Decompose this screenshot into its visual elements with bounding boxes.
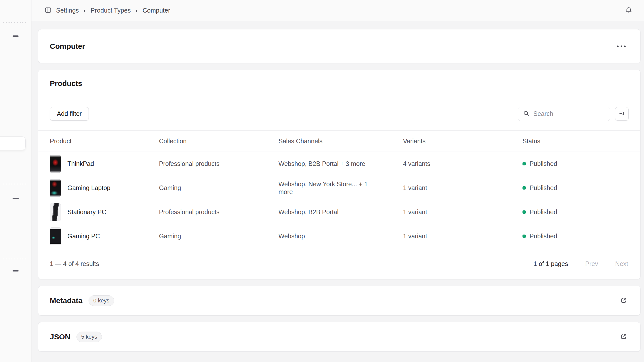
sidebar-divider (3, 184, 28, 184)
page-count: 1 of 1 pages (534, 260, 568, 267)
main-area: Settings Product Types Computer (31, 0, 644, 362)
table-row[interactable]: Stationary PC Professional products Webs… (38, 200, 640, 224)
status-dot (522, 235, 526, 238)
sort-descending-icon (619, 110, 625, 117)
sidebar-divider (3, 259, 28, 259)
sales-channels-cell: Webshop, B2B Portal (278, 208, 382, 216)
sidebar-divider (3, 22, 28, 23)
products-title: Products (50, 79, 82, 88)
collection-cell: Professional products (159, 208, 278, 216)
collection-cell: Gaming (159, 233, 278, 240)
product-name: ThinkPad (67, 160, 94, 167)
pagination-controls: 1 of 1 pages Prev Next (534, 260, 628, 267)
product-thumbnail (50, 155, 61, 173)
breadcrumb: Settings Product Types Computer (56, 7, 170, 14)
view-json-button[interactable] (618, 331, 629, 342)
bell-icon (624, 6, 633, 15)
product-thumbnail (50, 179, 61, 197)
json-card: JSON 5 keys (38, 322, 640, 352)
status-label: Published (530, 208, 557, 216)
edit-metadata-button[interactable] (618, 295, 629, 306)
column-header-product: Product (50, 138, 159, 145)
product-type-card: Computer (38, 29, 640, 63)
search-icon (523, 110, 530, 118)
status-dot (522, 162, 526, 165)
product-name: Gaming PC (67, 233, 100, 240)
search-box[interactable] (518, 107, 610, 121)
status-label: Published (530, 184, 557, 192)
status-cell: Published (522, 208, 629, 216)
column-header-variants: Variants (403, 138, 522, 145)
breadcrumb-settings[interactable]: Settings (56, 7, 79, 14)
external-link-icon (620, 297, 627, 305)
metadata-card: Metadata 0 keys (38, 286, 640, 315)
sidebar-toggle-button[interactable] (43, 5, 54, 16)
variants-cell: 4 variants (403, 160, 522, 167)
sidebar-collapsed (0, 0, 31, 362)
status-dot (522, 210, 526, 214)
status-label: Published (530, 233, 557, 240)
status-cell: Published (522, 160, 629, 167)
products-toolbar: Add filter (38, 97, 640, 131)
sort-button[interactable] (615, 107, 629, 121)
sidebar-popover (0, 137, 26, 150)
column-header-sales-channels: Sales Channels (278, 138, 403, 145)
breadcrumb-separator-icon (135, 7, 138, 14)
notifications-button[interactable] (623, 5, 634, 16)
add-filter-button[interactable]: Add filter (50, 107, 89, 121)
sales-channels-cell: Webshop (278, 232, 382, 240)
product-thumbnail (50, 203, 61, 221)
json-keys-badge: 5 keys (76, 332, 102, 342)
next-page-button[interactable]: Next (615, 260, 628, 267)
status-dot (522, 186, 526, 190)
table-header-row: Product Collection Sales Channels Varian… (38, 131, 640, 152)
product-thumbnail (50, 227, 61, 245)
sidebar-collapsed-item (13, 198, 19, 199)
collection-cell: Professional products (159, 160, 278, 167)
page-title: Computer (50, 42, 85, 51)
table-row[interactable]: Gaming PC Gaming Webshop 1 variant Publi… (38, 224, 640, 248)
variants-cell: 1 variant (403, 208, 522, 216)
search-input[interactable] (533, 110, 605, 117)
status-label: Published (530, 160, 557, 167)
status-cell: Published (522, 233, 629, 240)
product-name: Gaming Laptop (67, 184, 110, 192)
actions-menu-button[interactable] (614, 42, 629, 50)
panel-left-icon (44, 6, 52, 15)
variants-cell: 1 variant (403, 233, 522, 240)
status-cell: Published (522, 184, 629, 192)
app-shell: Settings Product Types Computer (0, 0, 644, 362)
breadcrumb-product-types[interactable]: Product Types (91, 7, 131, 14)
sales-channels-cell: Webshop, B2B Portal + 3 more (278, 160, 382, 168)
breadcrumb-separator-icon (83, 7, 86, 14)
breadcrumb-current: Computer (143, 7, 170, 14)
page-content: Computer Products Add filter (31, 21, 644, 362)
products-card: Products Add filter (38, 70, 640, 279)
json-title: JSON (50, 333, 70, 341)
column-header-status: Status (522, 138, 629, 145)
column-header-collection: Collection (159, 138, 278, 145)
external-link-icon (620, 333, 627, 341)
prev-page-button[interactable]: Prev (585, 260, 598, 267)
topbar: Settings Product Types Computer (31, 0, 644, 21)
toolbar-right (518, 107, 629, 121)
table-pagination: 1 — 4 of 4 results 1 of 1 pages Prev Nex… (38, 248, 640, 279)
sidebar-collapsed-item (13, 270, 19, 272)
product-cell: ThinkPad (50, 155, 159, 173)
product-name: Stationary PC (67, 208, 106, 216)
table-row[interactable]: Gaming Laptop Gaming Webshop, New York S… (38, 176, 640, 200)
product-cell: Gaming PC (50, 227, 159, 245)
metadata-keys-badge: 0 keys (89, 295, 114, 306)
table-row[interactable]: ThinkPad Professional products Webshop, … (38, 152, 640, 176)
products-header: Products (38, 70, 640, 97)
collection-cell: Gaming (159, 184, 278, 192)
metadata-title: Metadata (50, 296, 83, 305)
sidebar-collapsed-item (13, 35, 19, 37)
results-count: 1 — 4 of 4 results (50, 260, 99, 267)
product-cell: Gaming Laptop (50, 179, 159, 197)
ellipsis-icon (617, 46, 619, 47)
sales-channels-cell: Webshop, New York Store... + 1 more (278, 180, 382, 196)
product-cell: Stationary PC (50, 203, 159, 221)
variants-cell: 1 variant (403, 184, 522, 192)
